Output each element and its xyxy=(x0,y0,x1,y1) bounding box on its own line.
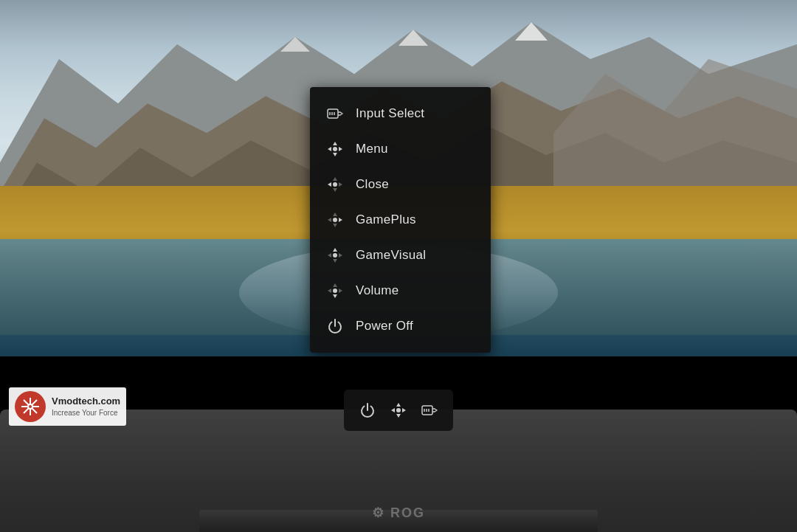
svg-point-51 xyxy=(29,405,32,408)
svg-marker-20 xyxy=(339,182,342,187)
svg-marker-29 xyxy=(328,253,331,258)
osd-item-close[interactable]: Close xyxy=(310,167,491,202)
gameplus-label: GamePlus xyxy=(356,213,416,227)
bottom-toolbar xyxy=(344,390,453,431)
svg-marker-18 xyxy=(333,188,337,192)
svg-point-11 xyxy=(333,147,337,151)
watermark-text: Vmodtech.com Increase Your Force xyxy=(52,395,120,418)
osd-item-gameplus[interactable]: GamePlus xyxy=(310,202,491,238)
rog-logo: ⚙ ROG xyxy=(372,505,425,521)
menu-label: Menu xyxy=(356,142,388,156)
input-select-icon xyxy=(325,103,345,124)
svg-marker-15 xyxy=(339,147,342,151)
svg-marker-35 xyxy=(339,289,342,293)
osd-item-menu[interactable]: Menu xyxy=(310,131,491,167)
watermark: Vmodtech.com Increase Your Force xyxy=(9,387,126,426)
svg-marker-37 xyxy=(396,403,401,407)
input-select-label: Input Select xyxy=(356,106,424,121)
toolbar-joystick-btn[interactable] xyxy=(384,395,413,425)
osd-menu: Input Select Menu xyxy=(310,87,491,353)
gamevisual-label: GameVisual xyxy=(356,248,426,263)
watermark-logo xyxy=(15,391,46,422)
svg-marker-24 xyxy=(328,218,331,222)
svg-point-26 xyxy=(333,253,337,258)
volume-label: Volume xyxy=(356,283,399,298)
svg-marker-25 xyxy=(339,218,342,222)
watermark-tagline: Increase Your Force xyxy=(52,408,120,418)
svg-marker-22 xyxy=(333,213,337,216)
svg-marker-32 xyxy=(333,283,337,287)
gamevisual-icon xyxy=(325,245,345,266)
close-label: Close xyxy=(356,177,389,192)
svg-marker-40 xyxy=(402,408,406,412)
watermark-site: Vmodtech.com xyxy=(52,395,120,408)
svg-marker-12 xyxy=(333,142,337,145)
toolbar-input-btn[interactable] xyxy=(415,395,444,425)
svg-marker-19 xyxy=(328,182,331,187)
toolbar-power-btn[interactable] xyxy=(353,395,382,425)
svg-marker-17 xyxy=(333,177,337,181)
gameplus-icon xyxy=(325,210,345,230)
svg-point-21 xyxy=(333,218,337,222)
power-icon xyxy=(325,316,345,336)
svg-marker-34 xyxy=(328,289,331,293)
osd-item-gamevisual[interactable]: GameVisual xyxy=(310,238,491,273)
svg-marker-14 xyxy=(328,147,331,151)
svg-point-36 xyxy=(396,408,401,412)
svg-marker-33 xyxy=(333,294,337,298)
svg-rect-41 xyxy=(422,406,432,415)
svg-marker-13 xyxy=(333,153,337,156)
osd-item-power-off[interactable]: Power Off xyxy=(310,308,491,347)
svg-rect-7 xyxy=(328,109,338,118)
volume-icon xyxy=(325,280,345,301)
svg-marker-38 xyxy=(396,414,401,418)
svg-marker-28 xyxy=(333,259,337,263)
close-icon xyxy=(325,174,345,195)
svg-marker-30 xyxy=(339,253,342,258)
menu-icon xyxy=(325,139,345,159)
svg-marker-23 xyxy=(333,224,337,227)
osd-item-volume[interactable]: Volume xyxy=(310,273,491,308)
svg-marker-27 xyxy=(333,248,337,252)
power-off-label: Power Off xyxy=(356,319,413,334)
svg-point-16 xyxy=(333,182,337,187)
osd-item-input-select[interactable]: Input Select xyxy=(310,93,491,131)
svg-point-31 xyxy=(333,289,337,293)
svg-marker-39 xyxy=(391,408,395,412)
